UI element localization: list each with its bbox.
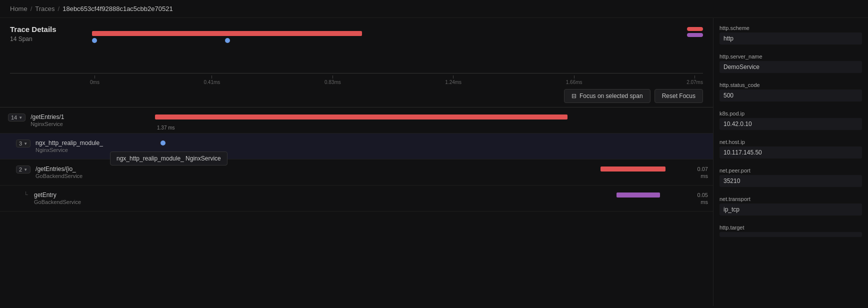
attr-section-4: net.host.ip10.117.145.50 <box>714 132 868 160</box>
attr-section-1: http.server_nameDemoService <box>714 46 868 75</box>
span-name: getEntry <box>34 192 81 198</box>
span-name: ngx_http_realip_module_ <box>36 140 103 146</box>
span-service: NginxService <box>30 121 64 127</box>
attr-section-2: http.status_code500 <box>714 75 868 104</box>
attr-value: DemoService <box>720 61 862 73</box>
focus-on-selected-span-button[interactable]: ⊟ Focus on selected span <box>564 89 650 103</box>
attr-section-0: http.schemehttp <box>714 18 868 46</box>
trace-span-count: 14 Span <box>10 36 90 42</box>
span-duration: 0.03 ms <box>166 151 184 156</box>
timeline-axis: 0ms 0.41ms 0.83ms 1.24ms 1.66ms 2.07ms <box>10 73 703 85</box>
timeline-dot-blue1 <box>92 38 97 43</box>
span-duration-right: 0.07ms <box>698 165 708 180</box>
breadcrumb-home[interactable]: Home <box>10 5 28 12</box>
filter-icon: ⊟ <box>572 92 576 100</box>
action-bar: ⊟ Focus on selected span Reset Focus <box>0 85 713 107</box>
attr-value: 35210 <box>720 175 862 187</box>
breadcrumb: Home / Traces / 18ebc653cf4f92888c1ac5cb… <box>0 0 868 18</box>
span-dot <box>160 140 166 146</box>
attr-key: k8s.pod.ip <box>720 110 862 116</box>
attr-section-3: k8s.pod.ip10.42.0.10 <box>714 104 868 132</box>
attr-key: http.status_code <box>720 82 862 88</box>
span-name: /getEntries/1 <box>30 114 64 120</box>
attr-key: net.peer.port <box>720 168 862 174</box>
span-row[interactable]: └ getEntry GoBackendService 0.05ms <box>0 186 713 212</box>
breadcrumb-sep2: / <box>58 5 60 12</box>
reset-focus-button[interactable]: Reset Focus <box>654 89 703 103</box>
right-panel: http.schemehttphttp.server_nameDemoServi… <box>713 18 868 306</box>
span-duration: 1.37 ms <box>157 125 175 130</box>
attr-section-5: net.peer.port35210 <box>714 160 868 189</box>
axis-tick-5: 2.07ms <box>686 76 703 85</box>
attr-key: http.server_name <box>720 54 862 60</box>
legend-purple-pill <box>687 33 703 37</box>
span-service: GoBackendService <box>36 173 82 179</box>
axis-tick-4: 1.66ms <box>566 76 582 85</box>
legend <box>687 27 703 37</box>
span-row[interactable]: 14 ▼ /getEntries/1 NginxService 1.37 ms <box>0 108 713 134</box>
attr-value <box>720 232 862 237</box>
breadcrumb-sep1: / <box>30 5 32 12</box>
span-duration-right: 0.05ms <box>698 191 708 206</box>
attr-value: 500 <box>720 90 862 102</box>
legend-red-pill <box>687 27 703 31</box>
attr-key: http.scheme <box>720 25 862 31</box>
attr-section-7: http.target <box>714 218 868 239</box>
span-row[interactable]: 2 ▼ /getEntries/{io_ GoBackendService 0.… <box>0 160 713 186</box>
span-name: /getEntries/{io_ <box>36 166 82 172</box>
attr-section-6: net.transportip_tcp <box>714 189 868 218</box>
timeline-dot-blue2 <box>225 38 230 43</box>
attr-value: ip_tcp <box>720 204 862 216</box>
attr-value: 10.117.145.50 <box>720 146 862 158</box>
axis-tick-1: 0.41ms <box>204 76 220 85</box>
axis-tick-2: 0.83ms <box>324 76 341 85</box>
span-count-badge: 3 ▼ <box>16 140 30 148</box>
breadcrumb-traces[interactable]: Traces <box>35 5 54 12</box>
attr-value: 10.42.0.10 <box>720 118 862 130</box>
span-service: GoBackendService <box>34 199 81 205</box>
axis-tick-3: 1.24ms <box>445 76 462 85</box>
axis-tick-0: 0ms <box>90 76 100 85</box>
span-count-badge: 14 ▼ <box>8 114 26 122</box>
span-service: NginxService <box>36 147 103 153</box>
spans-list: 14 ▼ /getEntries/1 NginxService 1.37 ms <box>0 108 713 306</box>
span-count-badge: 2 ▼ <box>16 166 30 174</box>
timeline-red-bar <box>92 31 362 36</box>
trace-title: Trace Details <box>10 25 90 34</box>
attr-key: net.transport <box>720 196 862 202</box>
attr-value: http <box>720 32 862 44</box>
breadcrumb-trace-id: 18ebc653cf4f92888c1ac5cbb2e70521 <box>62 5 172 12</box>
attr-key: http.target <box>720 224 862 230</box>
span-row[interactable]: 3 ▼ ngx_http_realip_module_ NginxService… <box>0 134 713 160</box>
attr-key: net.host.ip <box>720 139 862 145</box>
